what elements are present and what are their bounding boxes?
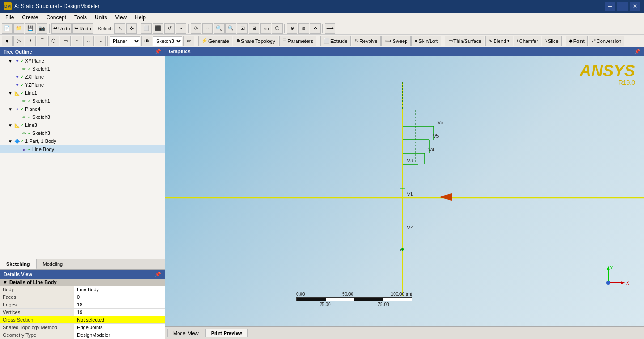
tb-check[interactable]: ✓ — [176, 23, 186, 34]
generate-button[interactable]: ⚡ Generate — [198, 36, 232, 46]
sketch-select[interactable]: Sketch3 Sketch1 — [153, 36, 182, 46]
thin-surface-button[interactable]: ▭ Thin/Surface — [445, 36, 484, 46]
tree-title: Tree Outline — [4, 49, 32, 54]
select-mode-button[interactable]: ⊹ — [126, 23, 137, 34]
chamfer-button[interactable]: / Chamfer — [514, 36, 541, 46]
save-button[interactable]: 💾 — [25, 23, 36, 34]
maximize-button[interactable]: □ — [617, 2, 628, 11]
share-topology-button[interactable]: ⊗ Share Topology — [233, 36, 278, 46]
tree-node-sketch3a[interactable]: ✏ ✓ Sketch3 — [0, 113, 165, 121]
tree-node-sketch3b[interactable]: ✏ ✓ Sketch3 — [0, 129, 165, 137]
tab-modeling[interactable]: Modeling — [37, 259, 70, 269]
menu-tools[interactable]: Tools — [71, 13, 90, 22]
expand-xyplane[interactable]: ▼ — [7, 58, 13, 64]
menu-create[interactable]: Create — [18, 13, 42, 22]
tree-pin-icon[interactable]: 📌 — [155, 49, 161, 54]
details-table: Body Line Body Faces 0 Edges 18 Vertices… — [0, 286, 165, 339]
tb-copy[interactable]: ⬜ — [141, 23, 152, 34]
tb-undo2[interactable]: ↺ — [164, 23, 175, 34]
tree-node-line1[interactable]: ▼ 📐 ✓ Line1 — [0, 89, 165, 97]
tb-shape[interactable]: ▷ — [13, 36, 24, 46]
sketch-icon-btn[interactable]: ✏ — [183, 36, 194, 46]
expand-part1[interactable]: ▼ — [7, 138, 13, 144]
tab-model-view[interactable]: Model View — [167, 329, 204, 337]
select-label: Select: — [98, 26, 113, 31]
extrude-button[interactable]: ⬜ Extrude — [320, 36, 351, 46]
tb-arc[interactable]: ⌓ — [83, 36, 94, 46]
select-arrow-button[interactable]: ↖ — [114, 23, 125, 34]
tree-node-yzplane[interactable]: ✦ ✓ YZPlane — [0, 81, 165, 89]
tree-outline: Tree Outline 📌 ▼ ✦ ✓ XYPlane ✏ ✓ — [0, 47, 165, 259]
linebody-label: Line Body — [31, 146, 55, 152]
tree-header: Tree Outline 📌 — [0, 47, 165, 56]
tb-circle[interactable]: ○ — [72, 36, 82, 46]
tb-zoom-box[interactable]: ⊞ — [249, 23, 259, 34]
tb-fit[interactable]: ⊡ — [237, 23, 248, 34]
tb-zoom-out[interactable]: 🔍 — [225, 23, 236, 34]
blend-button[interactable]: ∿ Blend ▾ — [485, 36, 513, 46]
tb-arrow[interactable]: ▼ — [2, 36, 13, 46]
tab-print-preview[interactable]: Print Preview — [205, 329, 248, 337]
undo-button[interactable]: ↩ Undo — [51, 23, 72, 34]
new-button[interactable]: 📄 — [2, 23, 13, 34]
tb-rotate[interactable]: ↔ — [202, 23, 213, 34]
slice-button[interactable]: ⧵ Slice — [542, 36, 562, 46]
tb-curve[interactable]: ⌒ — [37, 36, 47, 46]
menu-view[interactable]: View — [111, 13, 130, 22]
tb-move[interactable]: ⟳ — [191, 23, 201, 34]
tb-misc[interactable]: ⟿ — [325, 23, 335, 34]
skin-loft-button[interactable]: ⋄ Skin/Loft — [411, 36, 441, 46]
window-controls[interactable]: ─ □ ✕ — [605, 2, 640, 11]
tree-node-xyplane[interactable]: ▼ ✦ ✓ XYPlane — [0, 57, 165, 65]
tree-node-zxplane[interactable]: ✦ ✓ ZXPlane — [0, 73, 165, 81]
revolve-button[interactable]: ↻ Revolve — [352, 36, 381, 46]
menu-file[interactable]: File — [2, 13, 17, 22]
point-button[interactable]: ◆ Point — [566, 36, 588, 46]
expand-line3[interactable]: ▼ — [7, 122, 13, 128]
tb-rect[interactable]: ▭ — [60, 36, 71, 46]
menu-help[interactable]: Help — [131, 13, 149, 22]
graphics-pin[interactable]: 📌 — [634, 49, 640, 54]
menu-concept[interactable]: Concept — [42, 13, 70, 22]
conversion-button[interactable]: ⇄ Conversion — [589, 36, 625, 46]
tb-zoom-in[interactable]: 🔍 — [214, 23, 225, 34]
tree-node-linebody[interactable]: ▸ ✓ Line Body — [0, 145, 165, 153]
expand-yzplane[interactable] — [7, 82, 13, 88]
parameters-button[interactable]: ☰ Parameters — [279, 36, 316, 46]
look-at-button[interactable]: 👁 — [141, 36, 152, 46]
svg-text:V3: V3 — [407, 158, 413, 163]
tb-edge[interactable]: ⋄ — [310, 23, 321, 34]
collapse-icon[interactable]: ▼ — [3, 280, 8, 285]
tb-axis[interactable]: ⊕ — [287, 23, 297, 34]
expand-zxplane[interactable] — [7, 74, 13, 80]
open-button[interactable]: 📁 — [13, 23, 24, 34]
toolbar-2: ▼ ▷ / ⌒ ⬡ ▭ ○ ⌓ ~ Plane4 XYPlane ZXPlane… — [0, 35, 644, 47]
tree-node-part1[interactable]: ▼ 🔷 ✓ 1 Part, 1 Body — [0, 137, 165, 145]
scale-label-75: 75.00 — [377, 302, 389, 307]
tb-plane[interactable]: ⧆ — [298, 23, 309, 34]
redo-button[interactable]: ↪ Redo — [72, 23, 93, 34]
tb-line[interactable]: / — [25, 36, 36, 46]
tree-node-plane4[interactable]: ▼ ✦ ✓ Plane4 — [0, 105, 165, 113]
tree-content[interactable]: ▼ ✦ ✓ XYPlane ✏ ✓ Sketch1 ✦ — [0, 56, 165, 259]
tree-node-line3[interactable]: ▼ 📐 ✓ Line3 — [0, 121, 165, 129]
tab-sketching[interactable]: Sketching — [0, 259, 37, 269]
details-pin[interactable]: 📌 — [155, 272, 161, 277]
close-button[interactable]: ✕ — [630, 2, 640, 11]
minimize-button[interactable]: ─ — [605, 2, 615, 11]
screenshot-button[interactable]: 📷 — [37, 23, 47, 34]
tb-spline[interactable]: ~ — [95, 36, 106, 46]
tb-iso[interactable]: iso — [260, 23, 271, 34]
detail-value-cross-section: Not selected — [74, 316, 165, 324]
menu-units[interactable]: Units — [91, 13, 110, 22]
expand-line1[interactable]: ▼ — [7, 90, 13, 96]
tb-view1[interactable]: ⬡ — [272, 23, 283, 34]
sweep-button[interactable]: ⟿ Sweep — [381, 36, 411, 46]
plane-select[interactable]: Plane4 XYPlane ZXPlane YZPlane — [110, 36, 140, 46]
tb-poly[interactable]: ⬡ — [48, 36, 59, 46]
tree-node-sketch1a[interactable]: ✏ ✓ Sketch1 — [0, 65, 165, 73]
tb-paste[interactable]: ⬛ — [153, 23, 163, 34]
expand-plane4[interactable]: ▼ — [7, 106, 13, 112]
viewport[interactable]: ANSYS R19.0 — [165, 56, 644, 326]
tree-node-sketch1b[interactable]: ✏ ✓ Sketch1 — [0, 97, 165, 105]
